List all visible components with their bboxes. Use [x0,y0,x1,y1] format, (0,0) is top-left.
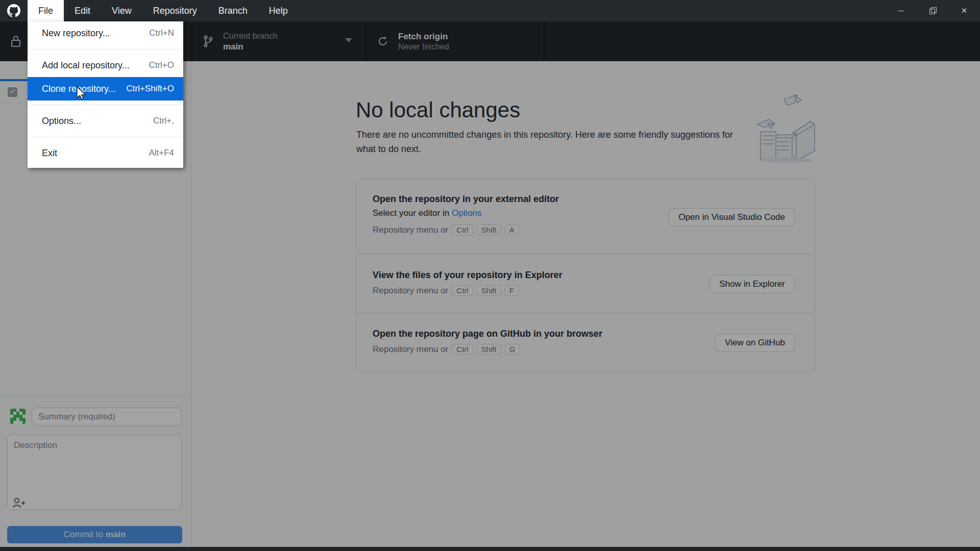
menubar-item-help[interactable]: Help [258,0,299,21]
shortcut-hint: Repository menu or Ctrl Shift A [373,224,519,235]
menubar: File Edit View Repository Branch Help ✕ [0,0,980,21]
page-title: No local changes [356,98,520,122]
card-title: View the files of your repository in Exp… [373,270,562,281]
menu-separator [28,105,183,105]
window-controls: ✕ [885,0,980,21]
menu-separator [28,49,183,49]
fetch-origin-label: Fetch origin [398,31,449,42]
add-coauthor-button[interactable] [11,496,27,510]
restore-icon [929,8,936,14]
menu-item-options[interactable]: Options...Ctrl+, [28,109,183,133]
sync-icon [377,35,389,47]
menu-item-clone-repository[interactable]: Clone repository...Ctrl+Shift+O [28,77,183,101]
fetch-status: Never fetched [398,42,449,52]
lock-icon [10,35,22,48]
paper-stack-illustration [753,93,822,166]
card-title: Open the repository in your external edi… [373,194,559,205]
description-input[interactable] [7,435,182,510]
menubar-item-edit[interactable]: Edit [64,0,101,21]
show-in-explorer-button[interactable]: Show in Explorer [709,275,795,293]
suggestion-card-explorer: View the files of your repository in Exp… [356,254,816,313]
key-ctrl: Ctrl [452,224,473,235]
suggestion-card-github: Open the repository page on GitHub in yo… [356,313,816,372]
shortcut-hint: Repository menu or Ctrl Shift G [373,344,520,355]
window-bottom-edge [0,547,980,551]
suggestion-cards: Open the repository in your external edi… [356,180,816,372]
commit-to-main-button[interactable]: Commit to main [7,526,182,543]
github-logo-icon [0,0,28,21]
toolbar-divider [544,21,545,61]
avatar [10,409,26,424]
menu-item-new-repository[interactable]: New repository...Ctrl+N [28,21,183,45]
open-in-vscode-button[interactable]: Open in Visual Studio Code [669,208,795,227]
key-g: G [505,344,520,355]
github-desktop-window: File Edit View Repository Branch Help ✕ … [0,0,980,551]
mouse-cursor [76,86,87,103]
card-title: Open the repository page on GitHub in yo… [373,329,602,339]
commit-form: Commit to main [0,395,191,547]
commit-branch-name: main [106,530,126,539]
menubar-item-branch[interactable]: Branch [208,0,258,21]
menubar-item-repository[interactable]: Repository [142,0,208,21]
menu-item-add-local-repository[interactable]: Add local repository...Ctrl+O [28,54,183,77]
current-branch-value: main [223,41,278,52]
no-local-changes-view: No local changes There are no uncommitte… [192,61,980,547]
summary-input[interactable] [32,408,182,426]
key-shift: Shift [477,224,501,235]
minimize-button[interactable] [885,0,917,21]
file-menu-dropdown: New repository...Ctrl+N Add local reposi… [28,21,183,168]
branch-icon [203,35,214,48]
card-editor-line: Select your editor in Options [373,208,482,218]
minimize-icon [898,11,904,11]
key-shift: Shift [477,344,501,355]
key-a: A [505,224,519,235]
shortcut-hint: Repository menu or Ctrl Shift F [373,285,519,296]
chevron-down-icon [345,38,352,42]
restore-button[interactable] [917,0,948,21]
view-on-github-button[interactable]: View on GitHub [715,334,795,352]
menu-item-exit[interactable]: ExitAlt+F4 [28,141,183,165]
fetch-origin-button[interactable]: Fetch origin Never fetched [366,21,544,61]
close-button[interactable]: ✕ [948,0,980,21]
key-ctrl: Ctrl [452,285,473,296]
suggestion-card-external-editor: Open the repository in your external edi… [356,179,816,255]
current-branch-button[interactable]: Current branch main [192,21,365,61]
select-all-checkbox[interactable] [8,87,17,97]
menubar-item-file[interactable]: File [28,0,64,21]
page-subtitle: There are no uncommitted changes in this… [356,128,737,156]
menubar-item-view[interactable]: View [101,0,142,21]
options-link[interactable]: Options [452,208,482,218]
key-ctrl: Ctrl [452,344,473,355]
current-branch-label: Current branch [223,31,278,41]
close-icon: ✕ [961,6,968,15]
key-f: F [505,285,519,296]
menu-separator [28,137,183,137]
key-shift: Shift [477,285,501,296]
